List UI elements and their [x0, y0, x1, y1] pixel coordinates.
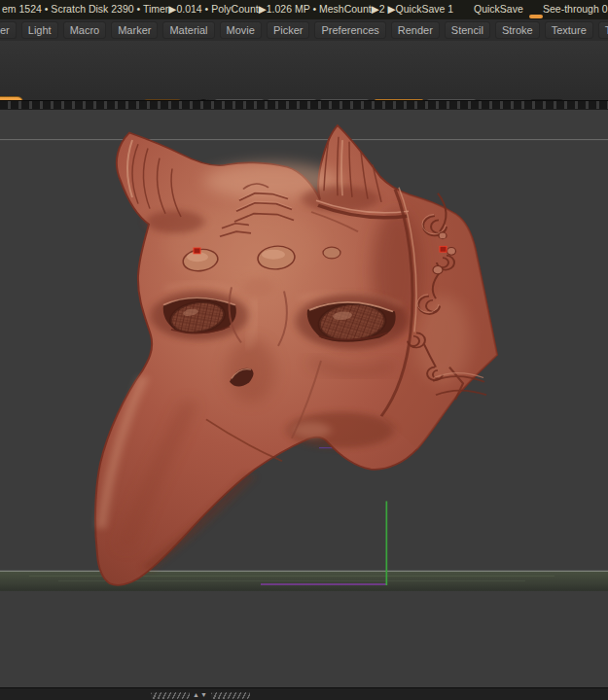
menu-item-picker[interactable]: Picker	[267, 21, 310, 39]
stats-bar: em 1524 • Scratch Disk 2390 • Timer▶0.01…	[0, 0, 608, 19]
axis-line-magenta	[261, 583, 387, 584]
see-through-slider-label[interactable]: See-through 0	[543, 3, 608, 15]
see-through-slider-handle[interactable]	[529, 15, 543, 18]
demon-mask-model[interactable]	[95, 125, 497, 585]
quicksave-button[interactable]: QuickSave	[474, 3, 523, 15]
menu-bar: erLightMacroMarkerMaterialMoviePickerPre…	[0, 19, 608, 42]
menu-item-light[interactable]: Light	[21, 21, 58, 39]
zbrush-window: em 1524 • Scratch Disk 2390 • Timer▶0.01…	[0, 0, 608, 700]
menu-item-stencil[interactable]: Stencil	[445, 21, 490, 39]
horizon-line	[0, 139, 608, 140]
scrollbar-grip-right[interactable]	[211, 692, 250, 699]
canvas-divider-strip[interactable]	[0, 100, 608, 110]
menu-item-movie[interactable]: Movie	[220, 21, 262, 39]
scroll-arrows-icon[interactable]: ▲▼	[193, 691, 208, 699]
horizontal-scrollbar[interactable]: ▲▼	[151, 691, 250, 699]
menu-item-preferences[interactable]: Preferences	[314, 21, 385, 39]
pivot-marker-right	[440, 246, 447, 252]
pivot-marker-left	[194, 248, 200, 254]
menu-item-texture[interactable]: Texture	[545, 21, 593, 39]
menu-item-stroke[interactable]: Stroke	[495, 21, 540, 39]
sculpt-viewport	[0, 110, 608, 687]
axis-line-green	[386, 501, 388, 585]
menu-item-material[interactable]: Material	[162, 21, 214, 39]
document-canvas[interactable]	[0, 110, 608, 687]
menu-item-er[interactable]: er	[0, 21, 17, 39]
menu-item-macro[interactable]: Macro	[63, 21, 107, 39]
scrollbar-grip-left[interactable]	[151, 692, 190, 699]
bottom-bar: ▲▼	[0, 687, 608, 700]
memory-stats-text: em 1524 • Scratch Disk 2390 • Timer▶0.01…	[2, 3, 453, 15]
menu-item-marker[interactable]: Marker	[111, 21, 158, 39]
menu-item-tool[interactable]: Tool	[598, 21, 608, 39]
tool-shelf: Draw M Move S Scale R Rotate	[0, 41, 608, 101]
menu-item-render[interactable]: Render	[391, 21, 440, 39]
